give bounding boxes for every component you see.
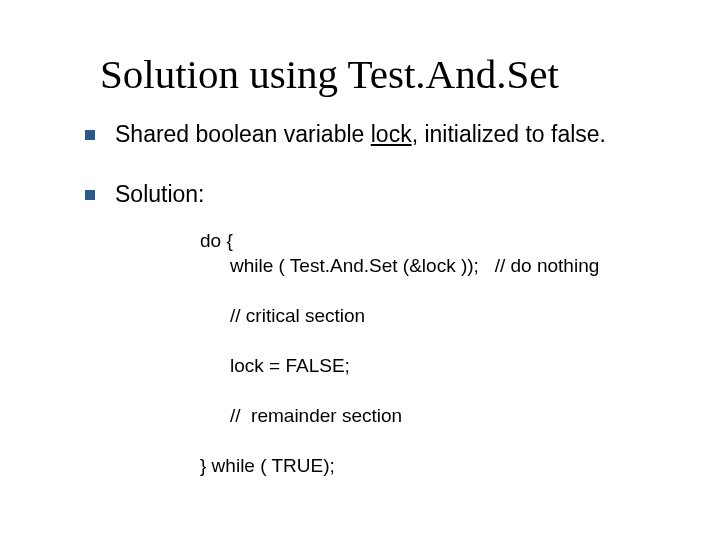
code-line-2: while ( Test.And.Set (&lock )); // do no…	[230, 255, 599, 277]
bullet-text-1: Shared boolean variable lock, initialize…	[115, 120, 606, 149]
code-line-5: // remainder section	[230, 405, 402, 427]
slide-title: Solution using Test.And.Set	[100, 50, 559, 98]
slide: Solution using Test.And.Set Shared boole…	[0, 0, 720, 540]
code-line-1: do {	[200, 230, 233, 252]
bullet-marker-icon	[85, 130, 95, 140]
bullet-item-1: Shared boolean variable lock, initialize…	[85, 120, 645, 149]
code-line-4: lock = FALSE;	[230, 355, 350, 377]
bullet-marker-icon	[85, 190, 95, 200]
code-line-3: // critical section	[230, 305, 365, 327]
bullet-item-2: Solution:	[85, 180, 645, 209]
bullet-text-2: Solution:	[115, 180, 205, 209]
code-line-6: } while ( TRUE);	[200, 455, 335, 477]
